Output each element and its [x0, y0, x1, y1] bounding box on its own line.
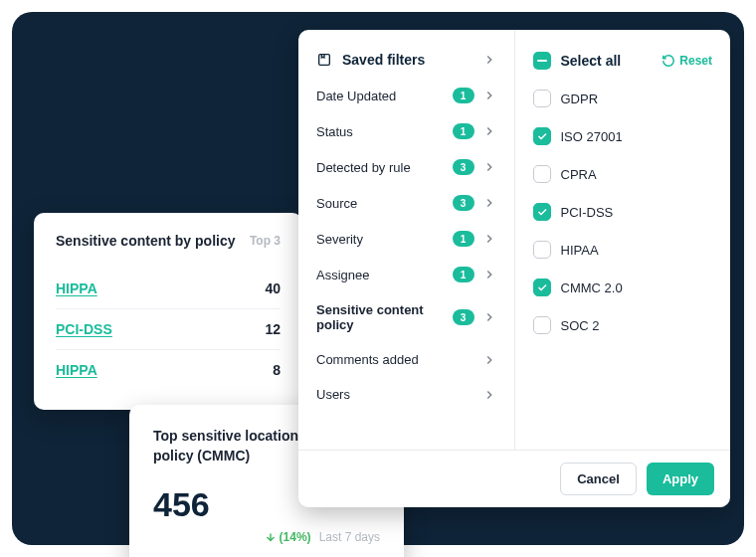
card-title: Sensitive content by policy	[56, 233, 236, 249]
option-label: HIPAA	[561, 243, 599, 258]
checkbox[interactable]	[533, 241, 551, 259]
arrow-down-icon	[265, 531, 277, 543]
filter-category[interactable]: Sensitive content policy3	[298, 292, 514, 342]
sensitive-content-card: Sensitive content by policy Top 3 HIPPA4…	[34, 213, 302, 410]
count-badge: 1	[453, 267, 474, 282]
chevron-right-icon	[482, 268, 496, 281]
checkbox[interactable]	[533, 203, 551, 221]
policy-value: 40	[265, 280, 281, 296]
filter-category[interactable]: Date Updated1	[298, 78, 514, 113]
filter-option[interactable]: CPRA	[515, 155, 731, 193]
filter-category[interactable]: Source3	[298, 185, 514, 221]
reset-button[interactable]: Reset	[662, 54, 712, 68]
filter-option[interactable]: PCI-DSS	[515, 193, 731, 231]
policy-row[interactable]: HIPPA8	[56, 350, 281, 390]
policy-label: HIPPA	[56, 280, 97, 296]
checkbox[interactable]	[533, 316, 551, 334]
option-label: GDPR	[561, 92, 599, 106]
filter-option[interactable]: HIPAA	[515, 231, 731, 269]
checkbox[interactable]	[533, 127, 551, 145]
saved-filters-label: Saved filters	[342, 52, 472, 68]
filter-option[interactable]: ISO 27001	[515, 117, 731, 155]
checkbox[interactable]	[533, 165, 551, 183]
policy-value: 8	[273, 362, 281, 378]
chevron-right-icon	[482, 310, 496, 324]
filter-category[interactable]: Comments added	[298, 342, 514, 377]
chevron-right-icon	[482, 353, 496, 367]
count-badge: 1	[453, 123, 474, 139]
check-icon	[536, 130, 548, 142]
filter-category-label: Comments added	[316, 352, 474, 367]
chevron-right-icon	[482, 124, 496, 138]
policy-value: 12	[265, 321, 281, 337]
filter-category[interactable]: Users	[298, 377, 514, 412]
chevron-right-icon	[482, 89, 496, 102]
filter-categories-column: Saved filters Date Updated1Status1Detect…	[298, 30, 515, 450]
filter-category[interactable]: Status1	[298, 113, 514, 149]
checkbox[interactable]	[533, 278, 551, 296]
count-badge: 3	[453, 159, 474, 175]
filter-option[interactable]: SOC 2	[515, 306, 731, 344]
filter-category-label: Sensitive content policy	[316, 302, 445, 332]
check-icon	[536, 281, 548, 293]
count-badge: 1	[453, 88, 474, 103]
select-all-checkbox[interactable]	[533, 52, 551, 70]
count-badge: 1	[453, 231, 474, 247]
trend-indicator: (14%)	[265, 530, 311, 544]
filter-options-column: Select all Reset GDPRISO 27001CPRAPCI-DS…	[515, 30, 731, 450]
filter-category-label: Source	[316, 196, 445, 211]
option-label: SOC 2	[561, 318, 600, 333]
filter-category[interactable]: Detected by rule3	[298, 149, 514, 185]
chevron-right-icon	[482, 196, 496, 210]
refresh-icon	[662, 54, 675, 68]
filter-category[interactable]: Assignee1	[298, 257, 514, 292]
select-all-label: Select all	[561, 53, 662, 69]
chevron-right-icon	[482, 53, 496, 67]
count-badge: 3	[453, 195, 474, 211]
filter-category-label: Date Updated	[316, 89, 445, 103]
policy-label: PCI-DSS	[56, 321, 112, 337]
filter-category-label: Users	[316, 387, 474, 402]
filter-option[interactable]: CMMC 2.0	[515, 269, 731, 306]
save-icon	[316, 52, 332, 68]
chevron-right-icon	[482, 160, 496, 174]
period-label: Last 7 days	[319, 530, 380, 544]
policy-row[interactable]: HIPPA40	[56, 269, 281, 309]
filter-category-label: Assignee	[316, 268, 445, 282]
saved-filters-row[interactable]: Saved filters	[298, 42, 514, 78]
option-label: PCI-DSS	[561, 205, 614, 220]
chevron-right-icon	[482, 388, 496, 402]
check-icon	[536, 206, 548, 218]
checkbox[interactable]	[533, 90, 551, 107]
apply-button[interactable]: Apply	[647, 463, 714, 495]
card-subtitle: Top 3	[250, 234, 281, 248]
policy-row[interactable]: PCI-DSS12	[56, 309, 281, 350]
filters-modal: Saved filters Date Updated1Status1Detect…	[298, 30, 730, 507]
option-label: CMMC 2.0	[561, 280, 623, 295]
option-label: ISO 27001	[561, 129, 623, 144]
count-badge: 3	[453, 309, 474, 325]
filter-option[interactable]: GDPR	[515, 80, 731, 117]
filter-category-label: Detected by rule	[316, 160, 445, 175]
filter-category[interactable]: Severity1	[298, 221, 514, 257]
cancel-button[interactable]: Cancel	[560, 463, 637, 495]
option-label: CPRA	[561, 167, 597, 182]
policy-label: HIPPA	[56, 362, 97, 378]
chevron-right-icon	[482, 232, 496, 246]
filter-category-label: Status	[316, 124, 445, 139]
filter-category-label: Severity	[316, 232, 445, 247]
